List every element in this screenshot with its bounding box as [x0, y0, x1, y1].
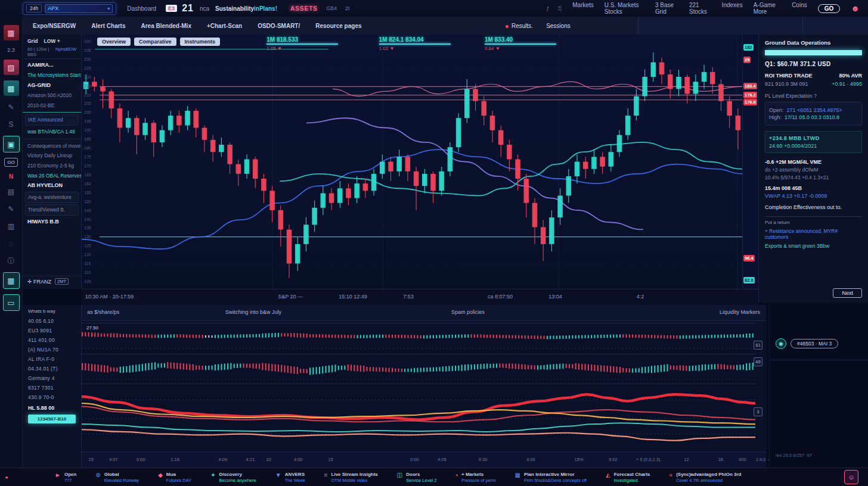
gallery-tile-icon[interactable]: ▦ [3, 272, 20, 289]
list-icon[interactable]: ▤ [4, 186, 19, 198]
quote-row[interactable]: Germany 4 [23, 373, 81, 383]
quote-row[interactable]: AL IRA F-0 [23, 354, 81, 364]
status-item[interactable]: ✦DiscoveryBecome anywhere [210, 471, 256, 484]
lower-tab[interactable]: Liquidity Markers [720, 309, 760, 315]
watchlist-item[interactable]: 2010-02-BE [23, 101, 81, 111]
resistance-link[interactable]: + Resistance announced, MYR# customers [765, 228, 862, 240]
apps-grid-icon[interactable]: ☺ [844, 470, 858, 484]
price-axis[interactable]: 18229183.4178.2176.096.482.0 [742, 35, 759, 289]
watchlist-item[interactable]: Was 26 OBAL Reserves [23, 171, 81, 181]
search-input[interactable]: APX ▾ [45, 4, 113, 13]
status-item[interactable]: ▦Plan Interactive MirrorFirm Stocks&Gens… [515, 471, 587, 484]
laptop-icon[interactable]: ▭ [3, 294, 20, 311]
exports-link[interactable]: Exports & smart green 3Bbw [765, 243, 862, 249]
quote-row[interactable]: 04.34.01 (T) [23, 364, 81, 373]
ratio-label-icon[interactable]: 2.3 [4, 46, 19, 54]
ribbon-chart-2[interactable] [82, 354, 755, 382]
nav-item[interactable]: Expo/NSERGW [33, 23, 76, 29]
news-icon[interactable]: N [4, 172, 19, 180]
watch-filter-1[interactable]: 60 | 120w | BBS [27, 46, 52, 57]
indicator-lines-chart[interactable] [82, 384, 755, 451]
top-menu-item[interactable]: Coins [792, 2, 807, 15]
tab-grid[interactable]: Grid [27, 38, 38, 44]
vwap-line[interactable]: VWAP 4.13 +0.17 -0.0009 [765, 193, 862, 199]
watchlist-footer[interactable]: ✛ FRANZ 2MT [23, 276, 81, 286]
annotate-icon[interactable]: ✎ [4, 203, 19, 215]
panel-tile-icon[interactable]: ▣ [3, 136, 20, 152]
top-menu-item[interactable]: U.S. Markets Stocks [604, 2, 644, 15]
quote-row[interactable]: 411 401 00 [23, 335, 81, 345]
chart-tile-icon[interactable]: ▦ [4, 25, 19, 40]
pin-icon[interactable]: ◉ [776, 338, 786, 349]
sessions-menu[interactable]: Sessions [546, 23, 571, 29]
status-item[interactable]: ▼ANVERSThe Week [275, 471, 305, 484]
draw-icon[interactable]: ✎ [4, 101, 19, 113]
next-button[interactable]: Next [833, 288, 862, 298]
watch-filter-2[interactable]: NphsBDW [55, 46, 76, 57]
mini-badge[interactable]: 3 [754, 407, 762, 416]
watchlist-item[interactable]: Avg-a. westventure [25, 192, 79, 203]
status-item[interactable]: ⊕GlobalElevated Runway [95, 471, 139, 484]
chart-mode-chip[interactable]: Comparative [134, 38, 176, 46]
ribbon-chart-1[interactable]: 27.50 [82, 323, 755, 351]
quote-row[interactable]: 430.9 70-0 [23, 392, 81, 402]
mini-badge[interactable]: S1 [754, 341, 762, 350]
strategy-icon[interactable]: S [4, 119, 19, 130]
nav-item[interactable]: OSDO-SMART/ [258, 23, 300, 29]
candlestick-svg[interactable]: 2402352302252202152102052001951901851801… [82, 35, 742, 289]
chevron-down-icon[interactable]: ▾ [107, 6, 110, 11]
avatar[interactable]: ☻ [851, 4, 860, 13]
timeframe-24h-button[interactable]: 24h [26, 4, 42, 13]
nav-item[interactable]: +Chart-Scan [207, 23, 242, 29]
heatmap-tile-icon[interactable]: ▨ [4, 60, 19, 75]
watchlist-item[interactable]: The Microsystems Start [23, 70, 81, 80]
go-badge-icon[interactable]: GO [4, 158, 17, 167]
status-item[interactable]: ◭Forecast Chartsinvestigated [606, 471, 650, 484]
status-item[interactable]: ►Open777 [55, 471, 76, 484]
watchlist-item[interactable]: AAMIRA... [23, 60, 81, 70]
status-item[interactable]: ≡Live Stream InsightsOTM Mobile video [324, 471, 378, 484]
bid-button[interactable]: 1234567-B10 [28, 415, 76, 423]
status-item[interactable]: ◫DoorsService Level 2 [397, 471, 437, 484]
watchlist-item[interactable]: IXE Announced [25, 114, 79, 126]
assets-label[interactable]: ASSETS [290, 5, 318, 12]
tab-low[interactable]: LOW + [44, 38, 60, 44]
chart-mode-chip[interactable]: Overview [97, 38, 131, 46]
top-menu-item[interactable]: 3 Base Grid [655, 2, 678, 15]
results-menu[interactable]: Results. [506, 23, 533, 29]
watchlist-item[interactable]: Amazon 500 A2020 [23, 91, 81, 101]
go-button[interactable]: GO [818, 4, 841, 13]
top-menu-item[interactable]: 221 Stocks [689, 2, 711, 15]
watchlist-item[interactable]: Consequences of move [23, 141, 81, 151]
columns-icon[interactable]: ▥ [4, 220, 19, 232]
pl-expectation-label[interactable]: PL Level Expectation ? [765, 93, 862, 99]
lower-tab[interactable]: Switching into b&w July [225, 309, 281, 315]
gb4-icon[interactable]: GB4 [326, 5, 337, 11]
nav-item[interactable]: Area Blended-Mix [141, 23, 191, 29]
main-chart[interactable]: OverviewComparativeInstruments 1M 818.53… [82, 35, 742, 289]
watchlist-item[interactable]: HIWAYS B.B [23, 217, 81, 227]
watchlist-item[interactable]: 210 Economy 2-5 kg [23, 161, 81, 171]
nav-item[interactable]: Alert Charts [91, 23, 125, 29]
mini-badge[interactable]: A5 [754, 357, 762, 366]
top-menu-item[interactable]: Markets [572, 2, 594, 15]
top-menu-item[interactable]: Indexes [722, 2, 743, 15]
top-menu-item[interactable]: A-Game More [754, 2, 781, 15]
status-item[interactable]: ◆MuaFutures DAY [158, 471, 191, 484]
quote-row[interactable]: 40.05 6.10 [23, 316, 81, 326]
watchlist-item[interactable]: Victory Daily Lineup [23, 151, 81, 161]
circle-tool-icon[interactable]: ◌ [4, 238, 19, 250]
quote-row[interactable]: EU3 9091 [23, 326, 81, 335]
time-axis[interactable]: 10:30 AM · 20-17:59S&P 20 —15:10 12:497:… [82, 289, 758, 306]
mail-pill-button[interactable]: #46503 · MAI 3 [790, 339, 838, 348]
status-item[interactable]: «(Sync)advantaged PhiOn 3rdCover 4.7th a… [669, 471, 742, 484]
symbol-search[interactable]: 24h APX ▾ [23, 2, 116, 15]
quote-row[interactable]: 6317 7301 [23, 383, 81, 392]
status-item[interactable]: ▪+ MarketsPressure of perm [456, 471, 496, 484]
watchlist-item[interactable]: AB HYVELON [23, 180, 81, 191]
watchlist-item[interactable]: was BTA/AB/CA 1.48 [23, 127, 81, 137]
watchlist-item[interactable]: Trend/Viewed B. [25, 204, 79, 216]
quote-row[interactable]: (A) NU1A 70 [23, 345, 81, 354]
watchlist-item[interactable]: AG-GRID [23, 80, 81, 91]
screener-tile-icon[interactable]: ▩ [4, 80, 19, 96]
